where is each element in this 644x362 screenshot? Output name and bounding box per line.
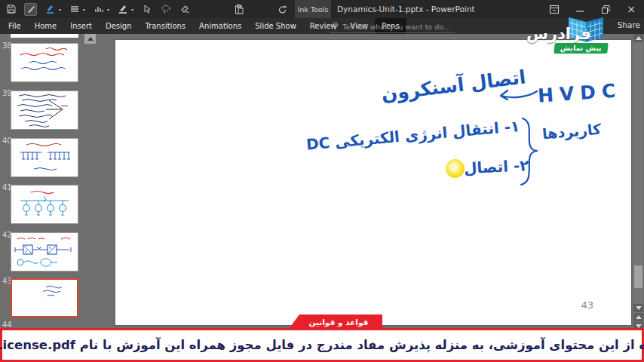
ink-thickness-icon[interactable] <box>92 3 105 16</box>
tab-file[interactable]: File <box>2 18 28 34</box>
highlighter-icon[interactable] <box>44 3 57 16</box>
lightbulb-icon <box>332 22 339 31</box>
ink-curly-brace <box>517 115 544 188</box>
thumbnail-slide-40[interactable] <box>11 138 78 177</box>
faradars-brand-name: فرادرس <box>526 25 591 43</box>
workspace: 38 39 40 <box>0 34 644 362</box>
thumbnail-slide-39[interactable] <box>11 90 78 130</box>
title-bar: ▾ ▾ ▾ ▾ Ink Tools Dynamics-Unit-1.pptx -… <box>0 0 644 18</box>
save-icon[interactable] <box>5 3 17 16</box>
scroll-up-button[interactable] <box>633 34 643 42</box>
thumbnail-scroll-up-button[interactable] <box>84 34 96 44</box>
tell-me-search[interactable]: Tell me what you want to do... <box>330 20 455 33</box>
pen-tool-icon[interactable] <box>24 3 37 16</box>
chevron-down-icon[interactable]: ▾ <box>131 7 133 12</box>
chevron-down-icon[interactable]: ▾ <box>107 7 109 12</box>
laser-pointer-dot <box>446 159 465 178</box>
restore-icon[interactable] <box>593 0 618 18</box>
preview-badge: پیش نمایش <box>554 43 608 54</box>
chevron-down-icon[interactable]: ▾ <box>83 7 85 12</box>
tab-slideshow[interactable]: Slide Show <box>248 18 303 34</box>
eraser-icon[interactable] <box>179 3 192 16</box>
ink-item1-dc-transmission: ۱- انتقال انرژی الکتریکی DC <box>305 117 520 154</box>
tab-animations[interactable]: Animations <box>192 18 248 34</box>
thumbnail-partial-top[interactable] <box>11 34 78 38</box>
triangle-down-icon <box>636 306 642 310</box>
ink-color-icon[interactable] <box>116 3 129 16</box>
previous-slide-button[interactable] <box>633 313 643 321</box>
tab-design[interactable]: Design <box>99 18 139 34</box>
slide-canvas[interactable]: HVDC اتصال آسنکرون کاربردها ۱- انتقال ان… <box>115 39 632 326</box>
undo-icon[interactable] <box>276 3 289 16</box>
tab-insert[interactable]: Insert <box>63 18 99 34</box>
context-tab-group-header: Ink Tools <box>295 0 331 18</box>
chevron-down-icon[interactable]: ▾ <box>59 7 61 12</box>
ink-applications-label: کاربردها <box>541 121 602 143</box>
share-button[interactable]: Share <box>618 20 640 29</box>
close-icon[interactable]: × <box>618 0 644 18</box>
tab-transitions[interactable]: Transitions <box>138 18 192 34</box>
ink-hvdc-text: HVDC <box>537 79 622 107</box>
thumbnail-slide-38[interactable] <box>11 43 78 82</box>
slide-page-number: 43 <box>581 299 593 311</box>
window-controls: × <box>541 0 644 18</box>
lasso-select-icon[interactable] <box>160 3 173 16</box>
ribbon-display-options-icon[interactable] <box>541 0 567 18</box>
ink-item2-connection: ۲- اتصال <box>463 156 529 177</box>
line-style-icon[interactable] <box>68 3 81 16</box>
license-banner: استفاده از این محتوای آموزشی، به منزله پ… <box>0 328 644 362</box>
select-arrow-icon[interactable] <box>140 3 153 16</box>
banner-label-tab: قواعد و قوانین <box>289 314 382 329</box>
triangle-up-icon <box>636 315 642 319</box>
minimize-icon[interactable] <box>567 0 593 18</box>
scroll-down-button[interactable] <box>633 304 643 312</box>
tell-me-label: Tell me what you want to do... <box>342 23 450 31</box>
scrollbar-thumb[interactable] <box>634 265 642 288</box>
triangle-up-icon <box>87 37 94 41</box>
quick-access-toolbar: ▾ ▾ ▾ ▾ <box>5 0 333 18</box>
thumbnail-slide-41[interactable] <box>11 185 78 224</box>
license-banner-text: استفاده از این محتوای آموزشی، به منزله پ… <box>0 338 644 352</box>
faradars-watermark: فرادرس پیش نمایش <box>520 17 618 55</box>
thumbnail-slide-42[interactable] <box>11 232 78 272</box>
tab-home[interactable]: Home <box>28 18 64 34</box>
vertical-scrollbar[interactable] <box>633 34 643 330</box>
thumbnail-slide-43-selected[interactable] <box>11 278 78 318</box>
clipboard-icon[interactable] <box>232 3 245 16</box>
triangle-up-icon <box>636 36 642 40</box>
window-title: Dynamics-Unit-1.pptx - PowerPoint <box>337 0 475 18</box>
